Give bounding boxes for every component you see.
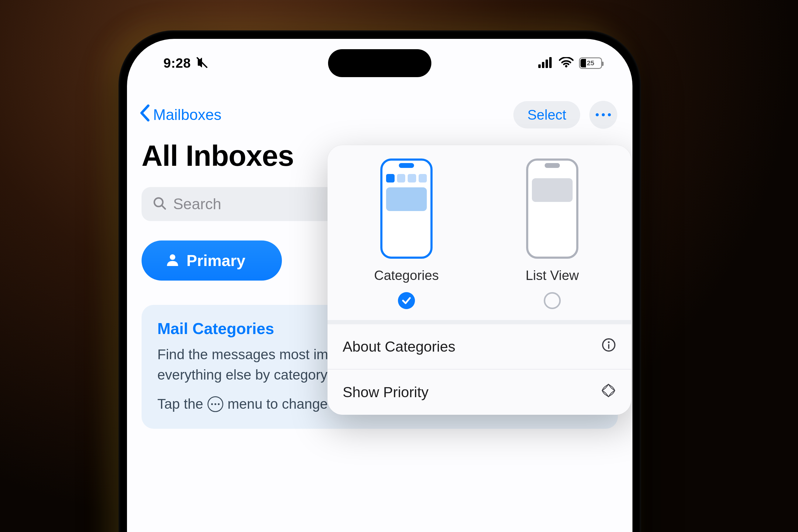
dynamic-island bbox=[328, 49, 431, 77]
battery-icon: 25 bbox=[579, 57, 602, 69]
radio-listview[interactable] bbox=[544, 292, 561, 309]
svg-rect-4 bbox=[549, 57, 552, 68]
status-right: 25 bbox=[538, 57, 602, 69]
svg-rect-1 bbox=[538, 64, 541, 68]
phone-screen: 9:28 bbox=[127, 39, 632, 532]
phone-frame: 9:28 bbox=[118, 30, 641, 532]
categories-preview-icon bbox=[380, 158, 432, 259]
view-options-popover: Categories List View bbox=[328, 145, 631, 415]
menu-show-priority[interactable]: Show Priority bbox=[328, 369, 631, 415]
battery-percent: 25 bbox=[587, 59, 594, 67]
menu-about-categories[interactable]: About Categories bbox=[328, 320, 631, 369]
view-options-row: Categories List View bbox=[328, 145, 631, 320]
svg-line-6 bbox=[162, 206, 165, 209]
cellular-icon bbox=[538, 57, 554, 69]
chevron-left-icon bbox=[139, 104, 151, 125]
person-icon bbox=[166, 251, 179, 270]
tab-primary-label: Primary bbox=[186, 251, 245, 270]
status-left: 9:28 bbox=[163, 56, 208, 71]
view-option-categories[interactable]: Categories bbox=[340, 158, 473, 309]
status-time: 9:28 bbox=[163, 56, 191, 71]
menu-show-priority-label: Show Priority bbox=[342, 384, 429, 400]
back-label: Mailboxes bbox=[153, 106, 221, 124]
more-button[interactable] bbox=[589, 101, 617, 129]
view-option-listview[interactable]: List View bbox=[485, 158, 619, 309]
radio-categories[interactable] bbox=[398, 292, 415, 309]
more-icon bbox=[596, 113, 599, 116]
view-option-listview-label: List View bbox=[525, 268, 579, 283]
back-button[interactable]: Mailboxes bbox=[139, 104, 221, 125]
intelligence-icon bbox=[601, 383, 616, 401]
wifi-icon bbox=[559, 57, 574, 69]
nav-right: Select bbox=[513, 101, 617, 129]
search-icon bbox=[152, 196, 167, 212]
svg-rect-3 bbox=[545, 59, 548, 68]
info-icon bbox=[601, 338, 616, 356]
tab-primary[interactable]: Primary bbox=[142, 241, 282, 281]
svg-point-9 bbox=[608, 341, 610, 343]
search-placeholder: Search bbox=[173, 195, 221, 213]
view-option-categories-label: Categories bbox=[374, 268, 439, 283]
silent-icon bbox=[196, 56, 208, 70]
stage: 9:28 bbox=[0, 0, 798, 532]
more-icon-inline bbox=[207, 396, 223, 412]
menu-about-label: About Categories bbox=[342, 338, 456, 355]
select-label: Select bbox=[527, 107, 566, 123]
nav-bar: Mailboxes Select bbox=[127, 97, 632, 133]
svg-point-7 bbox=[170, 254, 175, 260]
svg-rect-10 bbox=[608, 344, 609, 349]
listview-preview-icon bbox=[526, 158, 578, 259]
select-button[interactable]: Select bbox=[513, 101, 580, 129]
svg-rect-2 bbox=[542, 62, 544, 68]
